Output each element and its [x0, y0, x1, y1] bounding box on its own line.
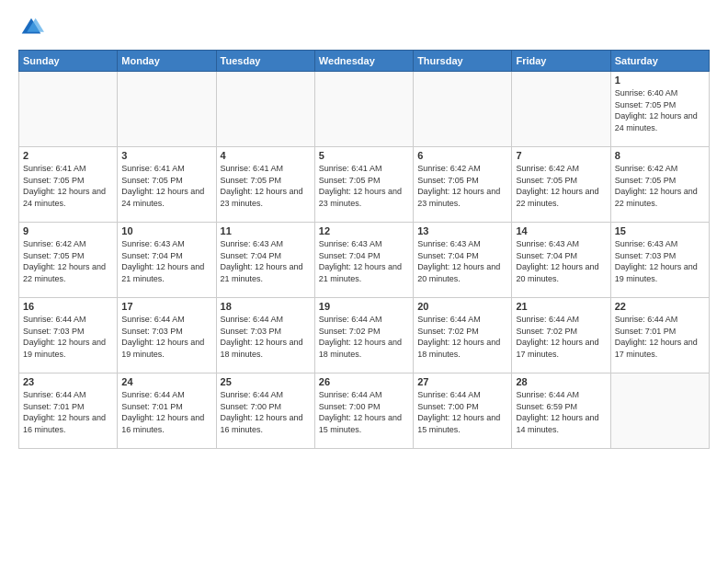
calendar-cell: 20Sunrise: 6:44 AM Sunset: 7:02 PM Dayli… — [414, 298, 512, 373]
header-day-thursday: Thursday — [414, 51, 512, 72]
calendar-cell — [314, 72, 413, 147]
day-number: 6 — [417, 150, 507, 161]
day-number: 17 — [121, 301, 211, 312]
week-row-1: 2Sunrise: 6:41 AM Sunset: 7:05 PM Daylig… — [19, 147, 710, 223]
day-number: 20 — [417, 301, 507, 312]
header-day-tuesday: Tuesday — [216, 51, 314, 72]
week-row-4: 23Sunrise: 6:44 AM Sunset: 7:01 PM Dayli… — [19, 373, 710, 449]
calendar-cell: 5Sunrise: 6:41 AM Sunset: 7:05 PM Daylig… — [314, 147, 413, 223]
day-info: Sunrise: 6:42 AM Sunset: 7:05 PM Dayligh… — [615, 163, 705, 209]
calendar-cell: 9Sunrise: 6:42 AM Sunset: 7:05 PM Daylig… — [19, 223, 118, 298]
calendar-cell: 27Sunrise: 6:44 AM Sunset: 7:00 PM Dayli… — [414, 373, 512, 449]
calendar-cell: 23Sunrise: 6:44 AM Sunset: 7:01 PM Dayli… — [19, 373, 118, 449]
day-info: Sunrise: 6:44 AM Sunset: 7:01 PM Dayligh… — [23, 389, 113, 435]
day-number: 28 — [516, 376, 606, 387]
logo-icon — [18, 15, 44, 40]
calendar-cell: 8Sunrise: 6:42 AM Sunset: 7:05 PM Daylig… — [610, 147, 709, 223]
calendar-cell: 17Sunrise: 6:44 AM Sunset: 7:03 PM Dayli… — [118, 298, 216, 373]
calendar-cell: 14Sunrise: 6:43 AM Sunset: 7:04 PM Dayli… — [512, 223, 610, 298]
day-info: Sunrise: 6:44 AM Sunset: 6:59 PM Dayligh… — [516, 389, 606, 435]
day-info: Sunrise: 6:44 AM Sunset: 7:01 PM Dayligh… — [121, 389, 211, 435]
calendar-cell: 22Sunrise: 6:44 AM Sunset: 7:01 PM Dayli… — [610, 298, 709, 373]
day-number: 25 — [221, 376, 311, 387]
calendar-cell — [118, 72, 216, 147]
calendar-cell: 24Sunrise: 6:44 AM Sunset: 7:01 PM Dayli… — [118, 373, 216, 449]
day-number: 10 — [121, 225, 211, 236]
day-info: Sunrise: 6:44 AM Sunset: 7:03 PM Dayligh… — [121, 314, 211, 360]
day-info: Sunrise: 6:44 AM Sunset: 7:02 PM Dayligh… — [417, 314, 507, 360]
day-number: 2 — [23, 150, 113, 161]
day-number: 3 — [121, 150, 211, 161]
calendar-cell — [19, 72, 118, 147]
day-info: Sunrise: 6:43 AM Sunset: 7:04 PM Dayligh… — [319, 238, 409, 284]
week-row-2: 9Sunrise: 6:42 AM Sunset: 7:05 PM Daylig… — [19, 223, 710, 298]
day-number: 11 — [221, 225, 311, 236]
day-number: 5 — [319, 150, 409, 161]
header-day-saturday: Saturday — [610, 51, 709, 72]
calendar-cell: 10Sunrise: 6:43 AM Sunset: 7:04 PM Dayli… — [118, 223, 216, 298]
day-info: Sunrise: 6:44 AM Sunset: 7:02 PM Dayligh… — [516, 314, 606, 360]
calendar-cell — [512, 72, 610, 147]
day-info: Sunrise: 6:41 AM Sunset: 7:05 PM Dayligh… — [23, 163, 113, 209]
calendar-header: SundayMondayTuesdayWednesdayThursdayFrid… — [19, 51, 710, 72]
header-row: SundayMondayTuesdayWednesdayThursdayFrid… — [19, 51, 710, 72]
calendar-cell: 15Sunrise: 6:43 AM Sunset: 7:03 PM Dayli… — [610, 223, 709, 298]
day-number: 18 — [221, 301, 311, 312]
day-number: 1 — [615, 75, 705, 86]
calendar: SundayMondayTuesdayWednesdayThursdayFrid… — [18, 50, 710, 449]
day-number: 9 — [23, 225, 113, 236]
day-info: Sunrise: 6:44 AM Sunset: 7:01 PM Dayligh… — [615, 314, 705, 360]
calendar-cell — [414, 72, 512, 147]
day-number: 7 — [516, 150, 606, 161]
calendar-cell: 2Sunrise: 6:41 AM Sunset: 7:05 PM Daylig… — [19, 147, 118, 223]
header-day-monday: Monday — [118, 51, 216, 72]
calendar-cell: 6Sunrise: 6:42 AM Sunset: 7:05 PM Daylig… — [414, 147, 512, 223]
day-info: Sunrise: 6:43 AM Sunset: 7:04 PM Dayligh… — [516, 238, 606, 284]
calendar-cell: 4Sunrise: 6:41 AM Sunset: 7:05 PM Daylig… — [216, 147, 314, 223]
day-info: Sunrise: 6:42 AM Sunset: 7:05 PM Dayligh… — [516, 163, 606, 209]
header-day-friday: Friday — [512, 51, 610, 72]
day-number: 27 — [417, 376, 507, 387]
header-day-sunday: Sunday — [19, 51, 118, 72]
day-info: Sunrise: 6:43 AM Sunset: 7:04 PM Dayligh… — [417, 238, 507, 284]
day-number: 21 — [516, 301, 606, 312]
week-row-3: 16Sunrise: 6:44 AM Sunset: 7:03 PM Dayli… — [19, 298, 710, 373]
calendar-cell: 3Sunrise: 6:41 AM Sunset: 7:05 PM Daylig… — [118, 147, 216, 223]
day-info: Sunrise: 6:44 AM Sunset: 7:00 PM Dayligh… — [417, 389, 507, 435]
header — [18, 15, 710, 40]
day-number: 24 — [121, 376, 211, 387]
day-info: Sunrise: 6:42 AM Sunset: 7:05 PM Dayligh… — [23, 238, 113, 284]
calendar-cell: 11Sunrise: 6:43 AM Sunset: 7:04 PM Dayli… — [216, 223, 314, 298]
day-number: 4 — [221, 150, 311, 161]
calendar-cell: 28Sunrise: 6:44 AM Sunset: 6:59 PM Dayli… — [512, 373, 610, 449]
day-info: Sunrise: 6:44 AM Sunset: 7:00 PM Dayligh… — [221, 389, 311, 435]
day-info: Sunrise: 6:41 AM Sunset: 7:05 PM Dayligh… — [319, 163, 409, 209]
calendar-cell: 1Sunrise: 6:40 AM Sunset: 7:05 PM Daylig… — [610, 72, 709, 147]
calendar-cell: 13Sunrise: 6:43 AM Sunset: 7:04 PM Dayli… — [414, 223, 512, 298]
day-info: Sunrise: 6:41 AM Sunset: 7:05 PM Dayligh… — [121, 163, 211, 209]
logo — [18, 15, 48, 40]
day-number: 15 — [615, 225, 705, 236]
calendar-cell — [216, 72, 314, 147]
calendar-cell: 18Sunrise: 6:44 AM Sunset: 7:03 PM Dayli… — [216, 298, 314, 373]
header-day-wednesday: Wednesday — [314, 51, 413, 72]
calendar-cell: 12Sunrise: 6:43 AM Sunset: 7:04 PM Dayli… — [314, 223, 413, 298]
day-info: Sunrise: 6:43 AM Sunset: 7:04 PM Dayligh… — [221, 238, 311, 284]
week-row-0: 1Sunrise: 6:40 AM Sunset: 7:05 PM Daylig… — [19, 72, 710, 147]
day-number: 19 — [319, 301, 409, 312]
day-number: 22 — [615, 301, 705, 312]
day-info: Sunrise: 6:40 AM Sunset: 7:05 PM Dayligh… — [615, 87, 705, 133]
day-number: 26 — [319, 376, 409, 387]
calendar-cell: 7Sunrise: 6:42 AM Sunset: 7:05 PM Daylig… — [512, 147, 610, 223]
day-info: Sunrise: 6:44 AM Sunset: 7:03 PM Dayligh… — [221, 314, 311, 360]
day-info: Sunrise: 6:44 AM Sunset: 7:00 PM Dayligh… — [319, 389, 409, 435]
calendar-cell: 16Sunrise: 6:44 AM Sunset: 7:03 PM Dayli… — [19, 298, 118, 373]
day-info: Sunrise: 6:44 AM Sunset: 7:03 PM Dayligh… — [23, 314, 113, 360]
calendar-cell: 19Sunrise: 6:44 AM Sunset: 7:02 PM Dayli… — [314, 298, 413, 373]
calendar-cell: 21Sunrise: 6:44 AM Sunset: 7:02 PM Dayli… — [512, 298, 610, 373]
day-number: 13 — [417, 225, 507, 236]
day-info: Sunrise: 6:42 AM Sunset: 7:05 PM Dayligh… — [417, 163, 507, 209]
day-number: 8 — [615, 150, 705, 161]
day-info: Sunrise: 6:43 AM Sunset: 7:03 PM Dayligh… — [615, 238, 705, 284]
day-number: 23 — [23, 376, 113, 387]
